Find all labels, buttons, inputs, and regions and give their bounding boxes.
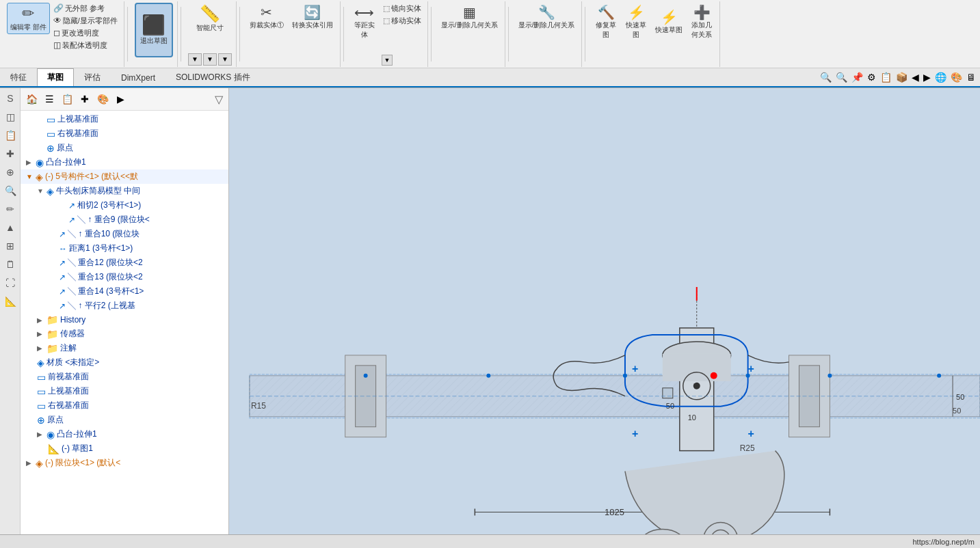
front-plane2-icon: ▭ bbox=[37, 372, 46, 383]
tree-item-coincident13[interactable]: ↗ ╲ 重合13 (限位块<2 bbox=[21, 270, 228, 284]
search-icon[interactable]: 🔍 bbox=[819, 70, 833, 84]
icon-panel-btn9[interactable]: ⊞ bbox=[1, 237, 19, 255]
tree-content: ▭ 上视基准面 ▭ 右视基准面 ⊕ 原点 ▶ ◉ 凸台-拉伸1 bbox=[21, 111, 228, 547]
comp5-expand[interactable]: ▼ bbox=[26, 173, 36, 180]
fast-sketch2-button[interactable]: ⚡ 快速草图 bbox=[652, 3, 685, 41]
cut-solid-button[interactable]: ✂ 剪裁实体① bbox=[247, 3, 287, 31]
tab-sketch[interactable]: 草图 bbox=[37, 68, 74, 86]
tree-item-material[interactable]: ◈ 材质 <未指定> bbox=[21, 355, 228, 370]
tree-item-sensor[interactable]: ▶ 📁 传感器 bbox=[21, 327, 228, 341]
icon-panel-btn11[interactable]: ⛶ bbox=[1, 274, 19, 292]
tab-evaluate[interactable]: 评估 bbox=[74, 68, 111, 86]
dim-sub1[interactable]: ▼ bbox=[188, 53, 202, 66]
tree-item-shaper[interactable]: ▼ ◈ 牛头刨床简易模型 中间 bbox=[21, 184, 228, 198]
box-icon[interactable]: 📦 bbox=[895, 70, 909, 84]
search2-icon[interactable]: 🔍 bbox=[834, 70, 849, 84]
sensor-expand[interactable]: ▶ bbox=[37, 330, 47, 338]
icon-panel-btn4[interactable]: ✚ bbox=[1, 145, 19, 163]
tree-item-distance1[interactable]: ↔ 距离1 (3号杆<1>) bbox=[21, 241, 228, 256]
icon-panel-btn3[interactable]: 📋 bbox=[1, 126, 19, 144]
dimension-icon: 📏 bbox=[200, 4, 220, 23]
tree-item-right-plane2[interactable]: ▭ 右视基准面 bbox=[21, 398, 228, 413]
tree-item-right-plane[interactable]: ▭ 右视基准面 bbox=[21, 126, 228, 141]
edit-part-button[interactable]: ✏ 编辑零 部件 bbox=[7, 3, 50, 34]
pin-icon[interactable]: 📌 bbox=[850, 70, 864, 84]
globe-icon[interactable]: 🌐 bbox=[933, 70, 948, 84]
tree-item-annotation[interactable]: ▶ 📁 注解 bbox=[21, 341, 228, 355]
tree-item-parallel2[interactable]: ↗ ╲ ↑ 平行2 (上视基 bbox=[21, 299, 228, 313]
icon-panel-btn8[interactable]: ▲ bbox=[1, 219, 19, 236]
tree-item-origin[interactable]: ⊕ 原点 bbox=[21, 141, 228, 155]
icon-panel-btn2[interactable]: ◫ bbox=[1, 108, 19, 126]
tree-item-top-plane[interactable]: ▭ 上视基准面 bbox=[21, 112, 228, 126]
set-transparency-btn[interactable]: ◫ 装配体透明度 bbox=[51, 40, 120, 51]
tree-item-boss-extrude2[interactable]: ▶ ◉ 凸台-拉伸1 bbox=[21, 427, 228, 441]
tree-item-coincident12[interactable]: ↗ ╲ 重合12 (限位块<2 bbox=[21, 256, 228, 270]
mirror-solid-btn[interactable]: ⬚ 镜向实体 bbox=[381, 3, 423, 14]
no-external-btn[interactable]: 🔗 无外部 参考 bbox=[51, 3, 120, 14]
tree-item-boss-extrude1[interactable]: ▶ ◉ 凸台-拉伸1 bbox=[21, 155, 228, 169]
shaper-expand[interactable]: ▼ bbox=[37, 187, 47, 195]
tab-solidworks-plugins[interactable]: SOLIDWORKS 插件 bbox=[165, 68, 261, 86]
tree-btn-config[interactable]: ✚ bbox=[77, 91, 93, 107]
change-transparency-btn[interactable]: ◻ 更改透明度 bbox=[51, 27, 120, 39]
history-expand[interactable]: ▶ bbox=[37, 316, 47, 324]
convert-ref-button[interactable]: 🔄 转换实体引用 bbox=[289, 3, 336, 31]
edit-icon: ✏ bbox=[22, 5, 34, 23]
dim-sub2[interactable]: ▼ bbox=[203, 53, 217, 66]
monitor-icon[interactable]: 🖥 bbox=[965, 70, 977, 84]
tree-item-component5[interactable]: ▼ ◈ (-) 5号构件<1> (默认<<默 bbox=[21, 169, 228, 184]
tree-item-tangent2[interactable]: ↗ 相切2 (3号杆<1>) bbox=[21, 198, 228, 213]
hide-show-btn[interactable]: 👁 隐藏/显示零部件 bbox=[51, 15, 120, 27]
boss-expand[interactable]: ▶ bbox=[26, 159, 36, 166]
limit-expand[interactable]: ▶ bbox=[26, 459, 36, 467]
icon-panel-btn12[interactable]: 📐 bbox=[1, 292, 19, 310]
tree-btn-expand[interactable]: ▶ bbox=[112, 91, 129, 107]
arrow-icon[interactable]: ◀ bbox=[910, 70, 921, 84]
tree-item-origin2[interactable]: ⊕ 原点 bbox=[21, 413, 228, 427]
show-hide-rel-button[interactable]: 🔧 显示/删除几何关系 bbox=[516, 3, 578, 31]
icon-panel-btn5[interactable]: ⊕ bbox=[1, 163, 19, 181]
tree-btn-list[interactable]: ☰ bbox=[41, 91, 57, 107]
tree-item-history[interactable]: ▶ 📁 History bbox=[21, 313, 228, 327]
tree-item-front-plane2[interactable]: ▭ 前视基准面 bbox=[21, 370, 228, 384]
color-icon[interactable]: 🎨 bbox=[949, 70, 964, 84]
icon-panel-btn6[interactable]: 🔍 bbox=[1, 182, 19, 200]
tree-btn-prop[interactable]: 📋 bbox=[59, 91, 75, 107]
move-solid-btn[interactable]: ⬚ 移动实体 bbox=[381, 15, 423, 27]
repair-sketch-button[interactable]: 🔨 修复草图 bbox=[592, 3, 620, 41]
tab-dimxpert[interactable]: DimXpert bbox=[111, 70, 165, 85]
tree-item-coincident10[interactable]: ↗ ╲ ↑ 重合10 (限位块 bbox=[21, 227, 228, 241]
svg-point-18 bbox=[711, 372, 717, 379]
limit-label: (-) 限位块<1> (默认< bbox=[45, 457, 120, 469]
canvas-area[interactable]: + + + + R15 R25 bbox=[229, 88, 980, 547]
add-relation-button[interactable]: ➕ 添加几何关系 bbox=[688, 3, 715, 41]
fast-sketch-button[interactable]: ⚡ 快速草图 bbox=[622, 3, 650, 41]
smart-dimension-button[interactable]: 📏 智能尺寸 bbox=[194, 3, 226, 34]
tab-feature[interactable]: 特征 bbox=[0, 68, 37, 86]
tree-item-top-plane2[interactable]: ▭ 上视基准面 bbox=[21, 384, 228, 398]
tree-item-coincident9[interactable]: ↗ ╲ ↑ 重合9 (限位块< bbox=[21, 213, 228, 227]
filter-icon[interactable]: ▽ bbox=[212, 92, 226, 107]
tree-item-coincident14[interactable]: ↗ ╲ 重合14 (3号杆<1> bbox=[21, 284, 228, 299]
linear-array-button[interactable]: ▦ 显示/删除几何关系 bbox=[438, 3, 501, 31]
show-hide-rel-label: 显示/删除几何关系 bbox=[518, 20, 575, 30]
tree-item-sketch1[interactable]: 📐 (-) 草图1 bbox=[21, 441, 228, 456]
tree-btn-display[interactable]: 🎨 bbox=[94, 91, 111, 107]
annotation-expand[interactable]: ▶ bbox=[37, 344, 47, 352]
transparency-icon: ◻ bbox=[53, 28, 60, 38]
arrow2-icon[interactable]: ▶ bbox=[922, 70, 932, 84]
canvas-svg: + + + + R15 R25 bbox=[229, 88, 980, 547]
icon-panel-btn10[interactable]: 🗒 bbox=[1, 256, 19, 273]
exit-sketch-button[interactable]: ⬛ 退出草图 bbox=[135, 3, 173, 57]
tree-btn-house[interactable]: 🏠 bbox=[23, 91, 40, 107]
equaldist-drop[interactable]: ▼ bbox=[382, 55, 393, 66]
settings-icon[interactable]: ⚙ bbox=[866, 70, 877, 84]
equal-dist-button[interactable]: ⟷ 等距实体 bbox=[351, 3, 378, 41]
copy-icon[interactable]: 📋 bbox=[879, 70, 893, 84]
icon-panel-btn1[interactable]: S bbox=[1, 90, 19, 107]
tree-item-limit-component[interactable]: ▶ ◈ (-) 限位块<1> (默认< bbox=[21, 456, 228, 470]
boss2-expand[interactable]: ▶ bbox=[37, 430, 47, 438]
icon-panel-btn7[interactable]: ✏ bbox=[1, 200, 19, 218]
dim-sub3[interactable]: ▼ bbox=[218, 53, 232, 66]
